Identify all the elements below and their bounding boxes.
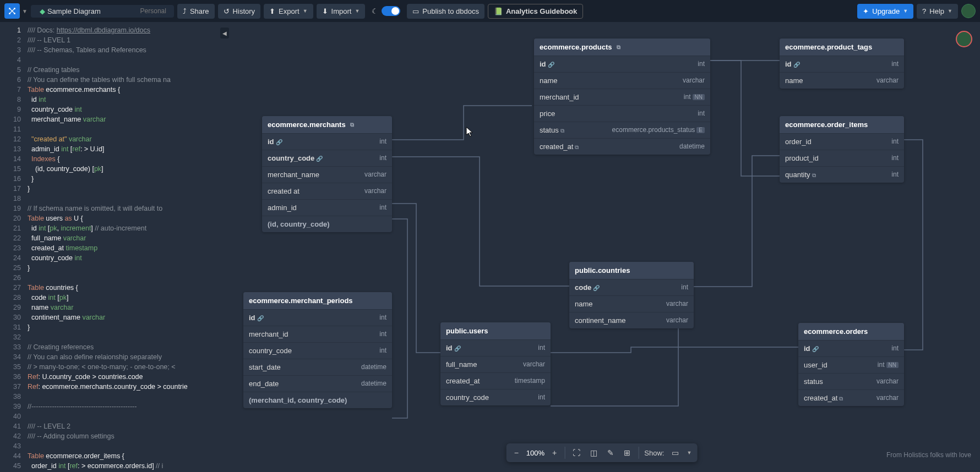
table-orders[interactable]: ecommerce.ordersid🔗intuser_idintNNstatus…: [798, 323, 904, 406]
grid-button[interactable]: ⊞: [622, 446, 633, 459]
logo-dropdown-icon[interactable]: ▼: [22, 8, 28, 14]
table-users[interactable]: public.usersid🔗intfull_namevarcharcreate…: [440, 322, 551, 405]
table-header[interactable]: ecommerce.products⧉: [534, 39, 710, 56]
table-header[interactable]: public.countries: [569, 262, 694, 279]
table-column[interactable]: priceint: [534, 105, 710, 122]
import-button[interactable]: ⬇Import▼: [317, 4, 366, 19]
table-column[interactable]: id🔗int: [534, 56, 710, 72]
document-title-wrap[interactable]: ◆ Sample Diagram Personal: [31, 5, 174, 18]
table-header[interactable]: ecommerce.orders: [798, 323, 904, 340]
canvas-toolbar: − 100% + ⛶ ◫ ✎ ⊞ Show: ▭ ▼: [507, 443, 698, 462]
line-gutter: 1234567891011121314151617181920212223242…: [0, 22, 26, 472]
link-icon: 🔗: [316, 156, 323, 162]
external-icon: ⧉: [575, 144, 579, 150]
upgrade-icon: ✦: [863, 7, 869, 15]
external-icon: ⧉: [839, 396, 843, 402]
table-column[interactable]: quantity⧉int: [780, 166, 904, 183]
table-header[interactable]: ecommerce.product_tags: [780, 39, 904, 56]
analytics-guidebook-button[interactable]: 📗 Analytics Guidebook: [488, 4, 583, 19]
table-column[interactable]: user_idintNN: [798, 356, 904, 373]
table-column[interactable]: (id, country_code): [262, 216, 392, 232]
table-column[interactable]: created_at⧉varchar: [798, 389, 904, 406]
table-column[interactable]: start_datedatetime: [243, 359, 392, 375]
table-column[interactable]: id🔗int: [262, 133, 392, 150]
show-label: Show:: [644, 449, 664, 457]
table-product_tags[interactable]: ecommerce.product_tagsid🔗intnamevarchar: [780, 39, 904, 89]
table-column[interactable]: admin_idint: [262, 199, 392, 216]
fit-view-button[interactable]: ⛶: [570, 446, 582, 459]
moon-icon: ☾: [372, 7, 378, 15]
mouse-cursor: [466, 127, 473, 138]
table-column[interactable]: namevarchar: [569, 295, 694, 312]
table-column[interactable]: code🔗int: [569, 279, 694, 295]
zoom-out-button[interactable]: −: [512, 446, 521, 459]
table-countries[interactable]: public.countriescode🔗intnamevarcharconti…: [569, 262, 694, 328]
help-button[interactable]: ?Help▼: [917, 4, 958, 19]
user-avatar[interactable]: [961, 4, 976, 18]
table-column[interactable]: merchant_idint: [243, 326, 392, 342]
code-editor[interactable]: 1234567891011121314151617181920212223242…: [0, 22, 224, 472]
chevron-down-icon: ▼: [355, 8, 360, 14]
table-column[interactable]: id🔗int: [243, 309, 392, 326]
table-column[interactable]: id🔗int: [798, 340, 904, 356]
external-icon: ⧉: [617, 44, 620, 51]
table-column[interactable]: continent_namevarchar: [569, 312, 694, 328]
link-icon: 🔗: [257, 315, 264, 321]
book-icon: 📗: [494, 7, 503, 15]
table-column[interactable]: product_idint: [780, 150, 904, 166]
export-icon: ⬆: [269, 7, 275, 15]
table-column[interactable]: id🔗int: [440, 339, 551, 356]
layout-button[interactable]: ◫: [588, 446, 600, 459]
table-column[interactable]: namevarchar: [780, 72, 904, 89]
table-column[interactable]: country_codeint: [243, 342, 392, 359]
history-button[interactable]: ↺History: [218, 4, 260, 19]
link-icon: 🔗: [812, 346, 819, 352]
chevron-down-icon: ▼: [903, 8, 908, 14]
diagram-canvas[interactable]: − 100% + ⛶ ◫ ✎ ⊞ Show: ▭ ▼ From Holistic…: [224, 22, 980, 472]
import-icon: ⬇: [322, 7, 328, 15]
table-products[interactable]: ecommerce.products⧉id🔗intnamevarcharmerc…: [534, 39, 710, 155]
publish-icon: ▭: [412, 7, 419, 15]
collaborator-avatar[interactable]: [956, 31, 972, 47]
table-column[interactable]: merchant_namevarchar: [262, 166, 392, 183]
app-logo[interactable]: [4, 3, 20, 19]
table-column[interactable]: statusvarchar: [798, 373, 904, 389]
link-icon: 🔗: [276, 139, 282, 145]
table-header[interactable]: ecommerce.merchant_periods: [243, 292, 392, 309]
table-column[interactable]: full_namevarchar: [440, 356, 551, 372]
table-header[interactable]: public.users: [440, 322, 551, 339]
table-column[interactable]: created atvarchar: [262, 183, 392, 199]
export-button[interactable]: ⬆Export▼: [264, 4, 313, 19]
table-merchants[interactable]: ecommerce.merchants⧉id🔗intcountry_code🔗i…: [262, 116, 392, 232]
table-order_items[interactable]: ecommerce.order_itemsorder_idintproduct_…: [780, 116, 904, 183]
table-column[interactable]: created_attimestamp: [440, 372, 551, 389]
zoom-in-button[interactable]: +: [550, 446, 559, 459]
table-header[interactable]: ecommerce.order_items: [780, 116, 904, 133]
theme-toggle[interactable]: [382, 6, 400, 16]
table-column[interactable]: end_datedatetime: [243, 375, 392, 392]
external-icon: ⧉: [350, 122, 354, 128]
collapse-editor-handle[interactable]: ◀: [220, 28, 229, 39]
table-column[interactable]: created_at⧉datetime: [534, 138, 710, 155]
link-icon: 🔗: [548, 62, 554, 68]
table-column[interactable]: country_code🔗int: [262, 150, 392, 166]
history-icon: ↺: [224, 7, 230, 15]
table-merchant_periods[interactable]: ecommerce.merchant_periodsid🔗intmerchant…: [243, 292, 392, 408]
share-button[interactable]: ⤴Share: [177, 4, 215, 19]
show-mode-button[interactable]: ▭: [669, 446, 681, 459]
table-column[interactable]: (merchant_id, country_code): [243, 392, 392, 408]
table-header[interactable]: ecommerce.merchants⧉: [262, 116, 392, 133]
upgrade-button[interactable]: ✦Upgrade▼: [857, 4, 913, 19]
visibility-badge: Personal: [140, 7, 166, 15]
table-column[interactable]: namevarchar: [534, 72, 710, 89]
table-column[interactable]: order_idint: [780, 133, 904, 150]
table-column[interactable]: id🔗int: [780, 56, 904, 72]
highlight-button[interactable]: ✎: [605, 446, 616, 459]
link-icon: 🔗: [454, 345, 461, 352]
table-column[interactable]: country_codeint: [440, 389, 551, 405]
table-column[interactable]: status⧉ecommerce.products_statusE: [534, 122, 710, 138]
code-content[interactable]: //// Docs: https://dbml.dbdiagram.io/doc…: [26, 22, 224, 472]
chevron-down-icon[interactable]: ▼: [687, 450, 692, 455]
publish-button[interactable]: ▭Publish to dbdocs: [407, 4, 484, 19]
table-column[interactable]: merchant_idintNN: [534, 89, 710, 105]
